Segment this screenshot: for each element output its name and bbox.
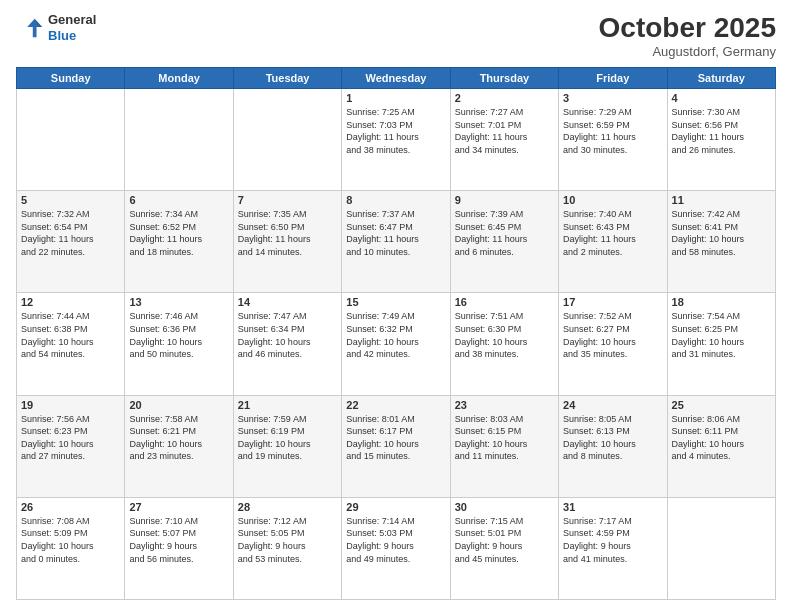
- day-number: 22: [346, 399, 445, 411]
- day-info: Sunrise: 7:34 AMSunset: 6:52 PMDaylight:…: [129, 208, 228, 258]
- calendar-cell: 1Sunrise: 7:25 AMSunset: 7:03 PMDaylight…: [342, 89, 450, 191]
- week-row-3: 12Sunrise: 7:44 AMSunset: 6:38 PMDayligh…: [17, 293, 776, 395]
- day-info: Sunrise: 7:15 AMSunset: 5:01 PMDaylight:…: [455, 515, 554, 565]
- day-number: 4: [672, 92, 771, 104]
- day-info: Sunrise: 7:46 AMSunset: 6:36 PMDaylight:…: [129, 310, 228, 360]
- calendar-cell: [233, 89, 341, 191]
- day-info: Sunrise: 8:05 AMSunset: 6:13 PMDaylight:…: [563, 413, 662, 463]
- day-info: Sunrise: 7:17 AMSunset: 4:59 PMDaylight:…: [563, 515, 662, 565]
- calendar-cell: 31Sunrise: 7:17 AMSunset: 4:59 PMDayligh…: [559, 497, 667, 599]
- page: General Blue October 2025 Augustdorf, Ge…: [0, 0, 792, 612]
- day-number: 30: [455, 501, 554, 513]
- calendar-cell: [125, 89, 233, 191]
- day-info: Sunrise: 7:27 AMSunset: 7:01 PMDaylight:…: [455, 106, 554, 156]
- calendar-cell: 30Sunrise: 7:15 AMSunset: 5:01 PMDayligh…: [450, 497, 558, 599]
- logo-line2: Blue: [48, 28, 96, 44]
- day-number: 14: [238, 296, 337, 308]
- weekday-header-tuesday: Tuesday: [233, 68, 341, 89]
- day-info: Sunrise: 7:58 AMSunset: 6:21 PMDaylight:…: [129, 413, 228, 463]
- day-number: 13: [129, 296, 228, 308]
- logo-line1: General: [48, 12, 96, 28]
- header: General Blue October 2025 Augustdorf, Ge…: [16, 12, 776, 59]
- calendar-cell: 15Sunrise: 7:49 AMSunset: 6:32 PMDayligh…: [342, 293, 450, 395]
- day-number: 5: [21, 194, 120, 206]
- day-number: 20: [129, 399, 228, 411]
- day-number: 17: [563, 296, 662, 308]
- calendar-cell: 13Sunrise: 7:46 AMSunset: 6:36 PMDayligh…: [125, 293, 233, 395]
- day-number: 3: [563, 92, 662, 104]
- day-number: 28: [238, 501, 337, 513]
- day-info: Sunrise: 7:44 AMSunset: 6:38 PMDaylight:…: [21, 310, 120, 360]
- day-number: 6: [129, 194, 228, 206]
- day-info: Sunrise: 7:35 AMSunset: 6:50 PMDaylight:…: [238, 208, 337, 258]
- day-number: 23: [455, 399, 554, 411]
- weekday-header-row: SundayMondayTuesdayWednesdayThursdayFrid…: [17, 68, 776, 89]
- day-number: 21: [238, 399, 337, 411]
- calendar-cell: 24Sunrise: 8:05 AMSunset: 6:13 PMDayligh…: [559, 395, 667, 497]
- week-row-1: 1Sunrise: 7:25 AMSunset: 7:03 PMDaylight…: [17, 89, 776, 191]
- month-title: October 2025: [599, 12, 776, 44]
- day-info: Sunrise: 8:01 AMSunset: 6:17 PMDaylight:…: [346, 413, 445, 463]
- day-number: 9: [455, 194, 554, 206]
- svg-marker-0: [27, 18, 42, 37]
- day-number: 16: [455, 296, 554, 308]
- day-info: Sunrise: 7:49 AMSunset: 6:32 PMDaylight:…: [346, 310, 445, 360]
- day-number: 2: [455, 92, 554, 104]
- calendar-cell: 28Sunrise: 7:12 AMSunset: 5:05 PMDayligh…: [233, 497, 341, 599]
- day-info: Sunrise: 7:51 AMSunset: 6:30 PMDaylight:…: [455, 310, 554, 360]
- calendar-cell: 23Sunrise: 8:03 AMSunset: 6:15 PMDayligh…: [450, 395, 558, 497]
- week-row-5: 26Sunrise: 7:08 AMSunset: 5:09 PMDayligh…: [17, 497, 776, 599]
- logo-icon: [16, 14, 44, 42]
- day-number: 24: [563, 399, 662, 411]
- calendar-cell: 2Sunrise: 7:27 AMSunset: 7:01 PMDaylight…: [450, 89, 558, 191]
- day-number: 10: [563, 194, 662, 206]
- calendar-cell: 3Sunrise: 7:29 AMSunset: 6:59 PMDaylight…: [559, 89, 667, 191]
- calendar-table: SundayMondayTuesdayWednesdayThursdayFrid…: [16, 67, 776, 600]
- day-number: 1: [346, 92, 445, 104]
- day-info: Sunrise: 7:56 AMSunset: 6:23 PMDaylight:…: [21, 413, 120, 463]
- day-number: 27: [129, 501, 228, 513]
- day-number: 19: [21, 399, 120, 411]
- week-row-4: 19Sunrise: 7:56 AMSunset: 6:23 PMDayligh…: [17, 395, 776, 497]
- week-row-2: 5Sunrise: 7:32 AMSunset: 6:54 PMDaylight…: [17, 191, 776, 293]
- day-info: Sunrise: 8:03 AMSunset: 6:15 PMDaylight:…: [455, 413, 554, 463]
- day-number: 11: [672, 194, 771, 206]
- calendar-cell: 22Sunrise: 8:01 AMSunset: 6:17 PMDayligh…: [342, 395, 450, 497]
- day-info: Sunrise: 7:12 AMSunset: 5:05 PMDaylight:…: [238, 515, 337, 565]
- weekday-header-monday: Monday: [125, 68, 233, 89]
- calendar-cell: 19Sunrise: 7:56 AMSunset: 6:23 PMDayligh…: [17, 395, 125, 497]
- day-info: Sunrise: 7:25 AMSunset: 7:03 PMDaylight:…: [346, 106, 445, 156]
- calendar-cell: 11Sunrise: 7:42 AMSunset: 6:41 PMDayligh…: [667, 191, 775, 293]
- calendar-cell: 10Sunrise: 7:40 AMSunset: 6:43 PMDayligh…: [559, 191, 667, 293]
- day-number: 12: [21, 296, 120, 308]
- day-number: 8: [346, 194, 445, 206]
- day-number: 31: [563, 501, 662, 513]
- calendar-cell: 25Sunrise: 8:06 AMSunset: 6:11 PMDayligh…: [667, 395, 775, 497]
- day-info: Sunrise: 7:59 AMSunset: 6:19 PMDaylight:…: [238, 413, 337, 463]
- day-number: 7: [238, 194, 337, 206]
- day-info: Sunrise: 7:08 AMSunset: 5:09 PMDaylight:…: [21, 515, 120, 565]
- logo-text: General Blue: [48, 12, 96, 43]
- calendar-cell: 16Sunrise: 7:51 AMSunset: 6:30 PMDayligh…: [450, 293, 558, 395]
- calendar-cell: [667, 497, 775, 599]
- day-info: Sunrise: 7:52 AMSunset: 6:27 PMDaylight:…: [563, 310, 662, 360]
- weekday-header-saturday: Saturday: [667, 68, 775, 89]
- calendar-cell: 8Sunrise: 7:37 AMSunset: 6:47 PMDaylight…: [342, 191, 450, 293]
- day-info: Sunrise: 7:37 AMSunset: 6:47 PMDaylight:…: [346, 208, 445, 258]
- day-info: Sunrise: 7:10 AMSunset: 5:07 PMDaylight:…: [129, 515, 228, 565]
- calendar-cell: 17Sunrise: 7:52 AMSunset: 6:27 PMDayligh…: [559, 293, 667, 395]
- weekday-header-wednesday: Wednesday: [342, 68, 450, 89]
- day-info: Sunrise: 7:40 AMSunset: 6:43 PMDaylight:…: [563, 208, 662, 258]
- calendar-cell: 21Sunrise: 7:59 AMSunset: 6:19 PMDayligh…: [233, 395, 341, 497]
- title-block: October 2025 Augustdorf, Germany: [599, 12, 776, 59]
- day-number: 15: [346, 296, 445, 308]
- day-info: Sunrise: 8:06 AMSunset: 6:11 PMDaylight:…: [672, 413, 771, 463]
- weekday-header-sunday: Sunday: [17, 68, 125, 89]
- calendar-cell: 6Sunrise: 7:34 AMSunset: 6:52 PMDaylight…: [125, 191, 233, 293]
- day-info: Sunrise: 7:30 AMSunset: 6:56 PMDaylight:…: [672, 106, 771, 156]
- weekday-header-thursday: Thursday: [450, 68, 558, 89]
- day-number: 26: [21, 501, 120, 513]
- calendar-cell: 27Sunrise: 7:10 AMSunset: 5:07 PMDayligh…: [125, 497, 233, 599]
- calendar-cell: 9Sunrise: 7:39 AMSunset: 6:45 PMDaylight…: [450, 191, 558, 293]
- day-number: 25: [672, 399, 771, 411]
